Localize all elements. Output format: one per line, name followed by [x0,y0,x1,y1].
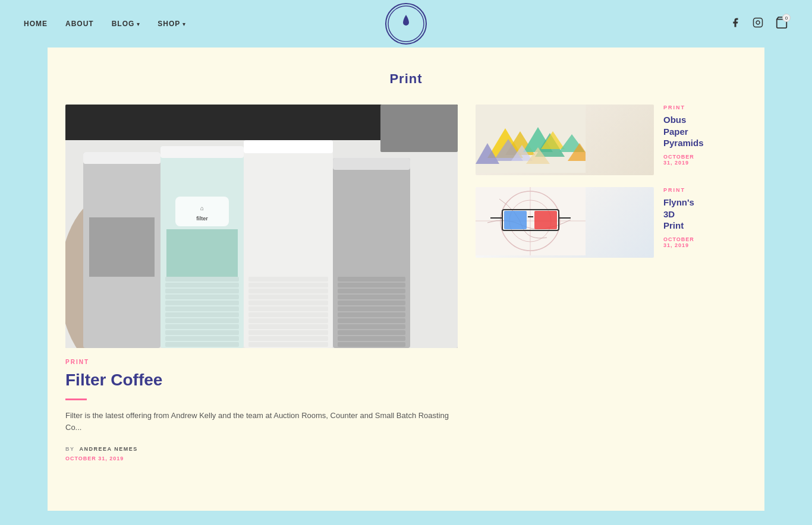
content-layout: ⌂ filter PRINT Filter Coffee Filter is t… [48,105,764,461]
svg-rect-22 [165,318,239,323]
main-content: Print [48,48,764,511]
sidebar-post-2: PRINT Flynn's 3D Print OCTOBER 31, 2019 [476,187,654,264]
svg-rect-35 [248,312,328,317]
svg-rect-48 [338,306,405,311]
logo-svg: THE PRINT AGENCY CO [386,4,426,43]
nav-blog-wrapper[interactable]: BLOG ▾ [112,20,140,28]
svg-rect-18 [165,295,239,299]
sidebar-post-1: PRINT Obus Paper Pyramids OCTOBER 31, 20… [476,105,654,181]
svg-rect-46 [338,295,405,299]
svg-rect-42 [333,158,410,170]
svg-rect-43 [338,277,405,282]
featured-image[interactable]: ⌂ filter [65,105,458,348]
svg-rect-45 [338,289,405,293]
svg-rect-23 [165,324,239,329]
svg-rect-40 [248,342,328,347]
3dprint-svg [476,187,586,255]
nav-right: 0 [730,16,788,31]
svg-rect-52 [338,330,405,335]
pyramids-svg [476,105,586,173]
svg-rect-17 [165,289,239,293]
svg-rect-39 [248,336,328,341]
author-name: ANDREEA NEMES [80,446,138,452]
svg-rect-31 [248,289,328,293]
sidebar-posts: PRINT Obus Paper Pyramids OCTOBER 31, 20… [476,105,654,461]
sidebar-post-2-title[interactable]: Flynn's 3D Print [663,197,694,232]
blog-arrow-icon: ▾ [137,21,140,27]
svg-rect-34 [248,306,328,311]
svg-rect-37 [248,324,328,329]
svg-rect-38 [248,330,328,335]
site-logo[interactable]: THE PRINT AGENCY CO [385,3,427,45]
nav-about[interactable]: ABOUT [65,20,94,28]
sidebar-post-1-title[interactable]: Obus Paper Pyramids [663,114,704,149]
sidebar-post-2-category: PRINT [663,187,694,193]
svg-rect-15 [165,277,239,282]
svg-rect-28 [244,140,333,153]
svg-rect-32 [248,295,328,299]
svg-rect-19 [165,301,239,305]
sidebar-post-1-category: PRINT [663,105,704,110]
cart-button[interactable]: 0 [775,16,788,31]
svg-rect-78 [504,211,527,229]
svg-rect-10 [83,152,160,164]
featured-post: ⌂ filter PRINT Filter Coffee Filter is t… [65,105,458,461]
featured-post-date: OCTOBER 31, 2019 [65,456,458,461]
svg-rect-50 [338,318,405,323]
sidebar-post-2-content: PRINT Flynn's 3D Print OCTOBER 31, 2019 [663,187,694,248]
featured-image-svg: ⌂ filter [65,105,458,348]
nav-shop-wrapper[interactable]: SHOP ▾ [158,20,185,28]
svg-rect-44 [338,283,405,287]
nav-shop[interactable]: SHOP [158,20,180,28]
featured-category: PRINT [65,359,458,365]
svg-rect-14 [166,229,238,277]
sidebar-thumb-3dprint[interactable] [476,187,654,258]
svg-rect-3 [754,18,763,27]
svg-rect-16 [165,283,239,287]
sidebar-post-1-content: PRINT Obus Paper Pyramids OCTOBER 31, 20… [663,105,704,166]
featured-title[interactable]: Filter Coffee [65,370,458,390]
instagram-icon[interactable] [753,17,763,30]
page-title: Print [48,71,764,87]
svg-rect-33 [248,301,328,305]
svg-rect-11 [89,217,155,277]
logo-circle: THE PRINT AGENCY CO [385,3,427,45]
svg-rect-53 [338,336,405,341]
svg-rect-13 [160,146,244,158]
svg-rect-21 [165,312,239,317]
shop-arrow-icon: ▾ [182,21,185,27]
svg-rect-54 [338,342,405,347]
cart-count: 0 [782,14,791,22]
svg-rect-26 [165,342,239,347]
svg-rect-29 [248,277,328,282]
sidebar-thumb-pyramids[interactable] [476,105,654,175]
nav-blog[interactable]: BLOG [112,20,135,28]
svg-rect-49 [338,312,405,317]
nav-left: HOME ABOUT BLOG ▾ SHOP ▾ [24,20,185,28]
author-row: BY ANDREEA NEMES [65,446,458,452]
svg-rect-30 [248,283,328,287]
svg-rect-58 [380,105,458,152]
svg-rect-24 [165,330,239,335]
sidebar-post-2-date: OCTOBER 31, 2019 [663,236,694,248]
svg-rect-79 [534,211,557,229]
facebook-icon[interactable] [730,17,741,30]
sidebar-post-1-date: OCTOBER 31, 2019 [663,154,704,166]
nav-home[interactable]: HOME [24,20,48,28]
svg-rect-55 [175,197,229,226]
svg-rect-47 [338,301,405,305]
site-header: HOME ABOUT BLOG ▾ SHOP ▾ THE PRINT [0,0,812,48]
svg-rect-36 [248,318,328,323]
svg-rect-20 [165,306,239,311]
by-label: BY [65,446,75,452]
featured-excerpt: Filter is the latest offering from Andre… [65,410,458,435]
svg-rect-25 [165,336,239,341]
featured-divider [65,399,87,400]
svg-text:⌂: ⌂ [200,205,204,211]
svg-text:filter: filter [196,216,208,222]
svg-rect-51 [338,324,405,329]
